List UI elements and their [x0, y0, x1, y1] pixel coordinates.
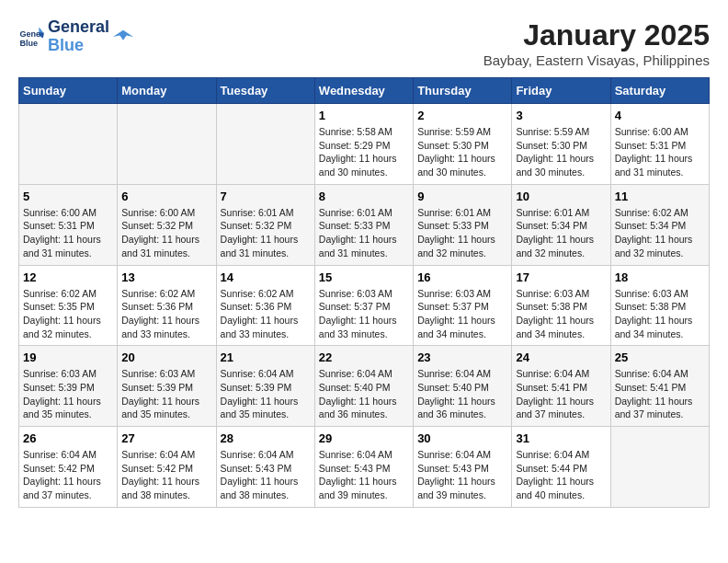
calendar-cell [610, 427, 709, 508]
day-info: Sunrise: 6:00 AMSunset: 5:32 PMDaylight:… [121, 206, 211, 260]
day-info: Sunrise: 6:04 AMSunset: 5:42 PMDaylight:… [23, 448, 113, 502]
day-info: Sunrise: 6:02 AMSunset: 5:34 PMDaylight:… [615, 206, 705, 260]
day-number: 26 [23, 431, 113, 445]
day-number: 13 [121, 270, 211, 284]
day-info: Sunrise: 6:03 AMSunset: 5:39 PMDaylight:… [121, 367, 211, 421]
calendar-cell [19, 104, 118, 185]
calendar-cell: 23Sunrise: 6:04 AMSunset: 5:40 PMDayligh… [414, 346, 512, 427]
logo-icon: General Blue [18, 24, 44, 50]
svg-text:Blue: Blue [19, 39, 38, 48]
day-number: 22 [319, 350, 409, 364]
week-row-5: 26Sunrise: 6:04 AMSunset: 5:42 PMDayligh… [19, 427, 710, 508]
calendar-cell: 27Sunrise: 6:04 AMSunset: 5:42 PMDayligh… [118, 427, 216, 508]
day-number: 29 [319, 431, 409, 445]
day-number: 21 [221, 350, 311, 364]
calendar-cell: 12Sunrise: 6:02 AMSunset: 5:35 PMDayligh… [19, 265, 118, 346]
location-subtitle: Baybay, Eastern Visayas, Philippines [483, 52, 710, 68]
day-info: Sunrise: 6:03 AMSunset: 5:37 PMDaylight:… [319, 287, 409, 341]
title-block: January 2025 Baybay, Eastern Visayas, Ph… [483, 18, 710, 68]
calendar-cell: 14Sunrise: 6:02 AMSunset: 5:36 PMDayligh… [216, 265, 314, 346]
logo-line2: Blue [48, 37, 109, 55]
month-title: January 2025 [483, 18, 710, 52]
calendar-cell: 29Sunrise: 6:04 AMSunset: 5:43 PMDayligh… [314, 427, 413, 508]
weekday-header-tuesday: Tuesday [216, 78, 314, 104]
weekday-header-row: SundayMondayTuesdayWednesdayThursdayFrid… [19, 78, 710, 104]
day-info: Sunrise: 6:02 AMSunset: 5:36 PMDaylight:… [221, 287, 311, 341]
day-number: 25 [615, 350, 705, 364]
day-number: 19 [23, 350, 113, 364]
calendar-cell: 24Sunrise: 6:04 AMSunset: 5:41 PMDayligh… [512, 346, 610, 427]
calendar-cell: 25Sunrise: 6:04 AMSunset: 5:41 PMDayligh… [610, 346, 709, 427]
day-number: 15 [319, 270, 409, 284]
day-number: 16 [417, 270, 507, 284]
weekday-header-sunday: Sunday [19, 78, 118, 104]
day-number: 6 [121, 190, 211, 203]
calendar-cell: 17Sunrise: 6:03 AMSunset: 5:38 PMDayligh… [512, 265, 610, 346]
day-info: Sunrise: 6:04 AMSunset: 5:42 PMDaylight:… [121, 448, 211, 502]
day-info: Sunrise: 6:03 AMSunset: 5:37 PMDaylight:… [417, 287, 507, 341]
logo: General Blue General Blue [18, 18, 133, 55]
day-info: Sunrise: 6:03 AMSunset: 5:38 PMDaylight:… [516, 287, 606, 341]
day-info: Sunrise: 6:04 AMSunset: 5:40 PMDaylight:… [417, 367, 507, 421]
calendar-cell: 8Sunrise: 6:01 AMSunset: 5:33 PMDaylight… [314, 184, 413, 265]
calendar-cell [118, 104, 216, 185]
day-info: Sunrise: 6:02 AMSunset: 5:36 PMDaylight:… [121, 287, 211, 341]
day-number: 14 [221, 270, 311, 284]
day-number: 3 [516, 109, 606, 122]
weekday-header-friday: Friday [512, 78, 610, 104]
day-info: Sunrise: 6:01 AMSunset: 5:33 PMDaylight:… [417, 206, 507, 260]
svg-marker-4 [113, 29, 133, 40]
calendar-cell: 6Sunrise: 6:00 AMSunset: 5:32 PMDaylight… [118, 184, 216, 265]
calendar-cell: 7Sunrise: 6:01 AMSunset: 5:32 PMDaylight… [216, 184, 314, 265]
day-number: 1 [319, 109, 409, 122]
calendar-cell: 3Sunrise: 5:59 AMSunset: 5:30 PMDaylight… [512, 104, 610, 185]
day-number: 30 [417, 431, 507, 445]
calendar-cell: 1Sunrise: 5:58 AMSunset: 5:29 PMDaylight… [314, 104, 413, 185]
day-number: 4 [615, 109, 705, 122]
logo-line1: General [48, 18, 109, 37]
calendar-cell: 9Sunrise: 6:01 AMSunset: 5:33 PMDaylight… [414, 184, 512, 265]
week-row-2: 5Sunrise: 6:00 AMSunset: 5:31 PMDaylight… [19, 184, 710, 265]
day-number: 5 [23, 190, 113, 203]
calendar-cell: 22Sunrise: 6:04 AMSunset: 5:40 PMDayligh… [314, 346, 413, 427]
day-info: Sunrise: 6:01 AMSunset: 5:33 PMDaylight:… [319, 206, 409, 260]
day-number: 17 [516, 270, 606, 284]
weekday-header-thursday: Thursday [414, 78, 512, 104]
week-row-1: 1Sunrise: 5:58 AMSunset: 5:29 PMDaylight… [19, 104, 710, 185]
calendar-cell: 18Sunrise: 6:03 AMSunset: 5:38 PMDayligh… [610, 265, 709, 346]
calendar-cell: 13Sunrise: 6:02 AMSunset: 5:36 PMDayligh… [118, 265, 216, 346]
calendar-cell: 15Sunrise: 6:03 AMSunset: 5:37 PMDayligh… [314, 265, 413, 346]
day-number: 2 [417, 109, 507, 122]
calendar-cell [216, 104, 314, 185]
day-number: 23 [417, 350, 507, 364]
weekday-header-saturday: Saturday [610, 78, 709, 104]
calendar-cell: 2Sunrise: 5:59 AMSunset: 5:30 PMDaylight… [414, 104, 512, 185]
week-row-3: 12Sunrise: 6:02 AMSunset: 5:35 PMDayligh… [19, 265, 710, 346]
day-number: 20 [121, 350, 211, 364]
day-info: Sunrise: 6:04 AMSunset: 5:40 PMDaylight:… [319, 367, 409, 421]
day-info: Sunrise: 6:04 AMSunset: 5:39 PMDaylight:… [221, 367, 311, 421]
day-info: Sunrise: 6:03 AMSunset: 5:39 PMDaylight:… [23, 367, 113, 421]
calendar-cell: 4Sunrise: 6:00 AMSunset: 5:31 PMDaylight… [610, 104, 709, 185]
day-info: Sunrise: 6:04 AMSunset: 5:44 PMDaylight:… [516, 448, 606, 502]
calendar-cell: 5Sunrise: 6:00 AMSunset: 5:31 PMDaylight… [19, 184, 118, 265]
day-number: 18 [615, 270, 705, 284]
calendar-cell: 16Sunrise: 6:03 AMSunset: 5:37 PMDayligh… [414, 265, 512, 346]
day-info: Sunrise: 6:04 AMSunset: 5:43 PMDaylight:… [319, 448, 409, 502]
day-info: Sunrise: 5:59 AMSunset: 5:30 PMDaylight:… [516, 125, 606, 179]
day-info: Sunrise: 6:01 AMSunset: 5:34 PMDaylight:… [516, 206, 606, 260]
logo-bird-icon [113, 27, 133, 47]
calendar-cell: 21Sunrise: 6:04 AMSunset: 5:39 PMDayligh… [216, 346, 314, 427]
calendar-cell: 30Sunrise: 6:04 AMSunset: 5:43 PMDayligh… [414, 427, 512, 508]
day-info: Sunrise: 6:02 AMSunset: 5:35 PMDaylight:… [23, 287, 113, 341]
calendar-cell: 26Sunrise: 6:04 AMSunset: 5:42 PMDayligh… [19, 427, 118, 508]
day-number: 8 [319, 190, 409, 203]
day-number: 9 [417, 190, 507, 203]
day-info: Sunrise: 6:04 AMSunset: 5:41 PMDaylight:… [615, 367, 705, 421]
day-info: Sunrise: 6:03 AMSunset: 5:38 PMDaylight:… [615, 287, 705, 341]
page-header: General Blue General Blue January 2025 B… [18, 18, 710, 68]
day-number: 28 [221, 431, 311, 445]
week-row-4: 19Sunrise: 6:03 AMSunset: 5:39 PMDayligh… [19, 346, 710, 427]
day-info: Sunrise: 6:04 AMSunset: 5:43 PMDaylight:… [221, 448, 311, 502]
weekday-header-wednesday: Wednesday [314, 78, 413, 104]
